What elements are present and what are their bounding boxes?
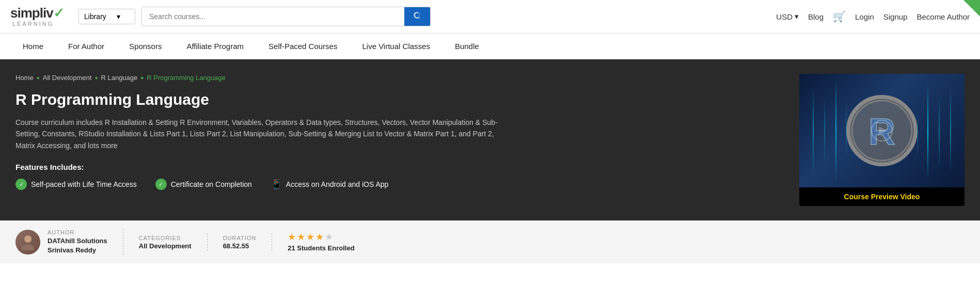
logo-brand: simpliv✓ bbox=[10, 6, 64, 20]
categories-section: CATEGORIES All Development bbox=[123, 233, 208, 251]
hero-section: Home ● All Development ● R Language ● R … bbox=[0, 59, 980, 220]
breadcrumb-active: R Programming Language bbox=[147, 74, 225, 82]
feature-mobile-label: Access on Android and iOS App bbox=[286, 180, 388, 188]
video-preview-label[interactable]: Course Preview Video bbox=[799, 187, 965, 206]
main-navigation: Home For Author Sponsors Affiliate Progr… bbox=[0, 34, 980, 59]
avatar-image bbox=[15, 230, 40, 255]
svg-point-7 bbox=[22, 244, 34, 250]
categories-value: All Development bbox=[139, 242, 192, 251]
feature-certificate: ✓ Certificate on Completion bbox=[155, 179, 252, 190]
mobile-icon: 📱 bbox=[271, 179, 282, 190]
nav-item-self-paced[interactable]: Self-Paced Courses bbox=[256, 34, 350, 59]
star-3: ★ bbox=[306, 231, 314, 243]
breadcrumb-all-dev[interactable]: All Development bbox=[43, 74, 92, 82]
blog-link[interactable]: Blog bbox=[808, 12, 824, 21]
author-section: AUTHOR DATAhill Solutions Srinivas Reddy bbox=[15, 229, 123, 255]
library-label: Library bbox=[84, 12, 106, 21]
duration-label: DURATION bbox=[223, 235, 257, 241]
cart-icon[interactable]: 🛒 bbox=[833, 10, 846, 23]
hero-content: Home ● All Development ● R Language ● R … bbox=[15, 74, 784, 190]
logo-tagline: LEARNING bbox=[10, 21, 54, 27]
become-author-button[interactable]: Become Author bbox=[916, 12, 970, 21]
meta-section: CATEGORIES All Development DURATION 68.5… bbox=[123, 231, 370, 253]
duration-section: DURATION 68.52.55 bbox=[208, 233, 273, 251]
feature-self-paced-label: Self-paced with Life Time Access bbox=[31, 180, 137, 188]
breadcrumb-home[interactable]: Home bbox=[15, 74, 34, 82]
breadcrumb-r-language[interactable]: R Language bbox=[101, 74, 137, 82]
feature-certificate-label: Certificate on Completion bbox=[171, 180, 252, 188]
breadcrumb-dot-2: ● bbox=[94, 75, 98, 81]
breadcrumb-dot-1: ● bbox=[37, 75, 40, 81]
feature-self-paced: ✓ Self-paced with Life Time Access bbox=[15, 179, 137, 190]
top-navigation: simpliv✓ LEARNING Library ▾ USD ▾ Blog 🛒… bbox=[0, 0, 980, 34]
video-thumbnail[interactable]: R Course Preview Video bbox=[799, 74, 965, 206]
nav-item-live-virtual[interactable]: Live Virtual Classes bbox=[350, 34, 442, 59]
categories-label: CATEGORIES bbox=[139, 235, 181, 241]
logo[interactable]: simpliv✓ LEARNING bbox=[10, 6, 67, 27]
features-title: Features Includes: bbox=[15, 163, 784, 171]
feature-mobile: 📱 Access on Android and iOS App bbox=[271, 179, 388, 190]
self-paced-icon: ✓ bbox=[15, 179, 27, 190]
rating-stars: ★ ★ ★ ★ ★ bbox=[288, 231, 354, 243]
search-bar bbox=[141, 7, 431, 26]
star-2: ★ bbox=[297, 231, 305, 243]
signup-link[interactable]: Signup bbox=[883, 12, 908, 21]
currency-label: USD bbox=[776, 12, 793, 21]
author-name1: DATAhill Solutions bbox=[48, 236, 107, 246]
nav-item-sponsors[interactable]: Sponsors bbox=[117, 34, 174, 59]
library-dropdown[interactable]: Library ▾ bbox=[78, 9, 135, 24]
svg-point-6 bbox=[24, 235, 31, 243]
search-icon bbox=[413, 12, 422, 21]
author-label: AUTHOR bbox=[48, 229, 107, 235]
star-5: ★ bbox=[325, 231, 333, 243]
nav-right: USD ▾ Blog 🛒 Login Signup Become Author bbox=[776, 10, 970, 23]
students-enrolled: 21 Students Enrolled bbox=[288, 244, 354, 253]
person-icon bbox=[20, 234, 36, 250]
rating-section: ★ ★ ★ ★ ★ 21 Students Enrolled bbox=[272, 231, 370, 253]
course-title: R Programming Language bbox=[15, 91, 784, 108]
currency-chevron-icon: ▾ bbox=[795, 12, 799, 21]
author-name2: Srinivas Reddy bbox=[48, 246, 107, 255]
features-list: ✓ Self-paced with Life Time Access ✓ Cer… bbox=[15, 179, 784, 190]
course-description: Course curriculum includes R Installatio… bbox=[15, 117, 511, 151]
dropdown-chevron-icon: ▾ bbox=[117, 12, 120, 21]
nav-item-for-author[interactable]: For Author bbox=[56, 34, 117, 59]
search-input[interactable] bbox=[142, 8, 404, 25]
nav-item-bundle[interactable]: Bundle bbox=[442, 34, 492, 59]
nav-item-home[interactable]: Home bbox=[10, 34, 56, 59]
star-1: ★ bbox=[288, 231, 296, 243]
search-button[interactable] bbox=[404, 7, 430, 26]
duration-value: 68.52.55 bbox=[223, 242, 257, 251]
breadcrumb-dot-3: ● bbox=[140, 75, 144, 81]
currency-selector[interactable]: USD ▾ bbox=[776, 12, 799, 21]
breadcrumb: Home ● All Development ● R Language ● R … bbox=[15, 74, 784, 82]
author-avatar bbox=[15, 230, 40, 255]
star-4: ★ bbox=[315, 231, 324, 243]
nav-item-affiliate[interactable]: Affiliate Program bbox=[174, 34, 256, 59]
video-image: R bbox=[799, 74, 965, 187]
certificate-icon: ✓ bbox=[155, 179, 167, 190]
background-lines bbox=[799, 74, 965, 187]
bottom-bar: AUTHOR DATAhill Solutions Srinivas Reddy… bbox=[0, 220, 980, 263]
logo-text: simpliv bbox=[10, 5, 53, 21]
author-info: AUTHOR DATAhill Solutions Srinivas Reddy bbox=[48, 229, 107, 255]
login-link[interactable]: Login bbox=[855, 12, 874, 21]
logo-check: ✓ bbox=[53, 5, 64, 21]
